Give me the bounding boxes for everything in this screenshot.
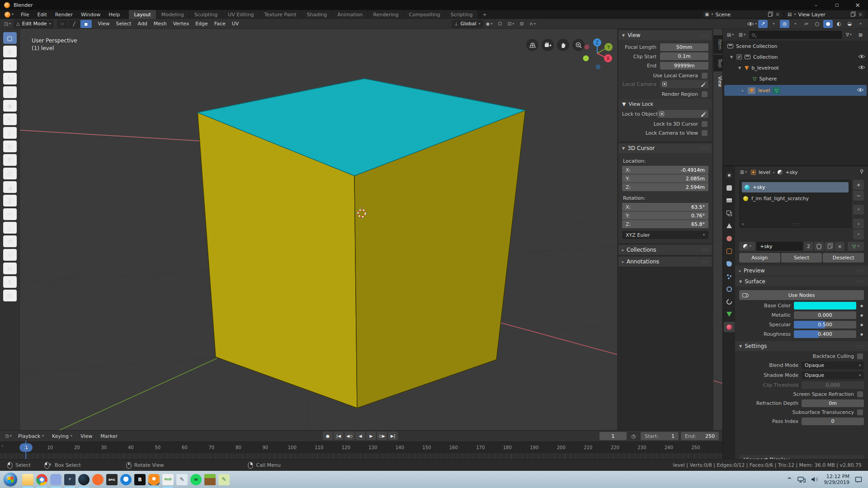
- drag-handle[interactable]: ::::: [701, 248, 708, 252]
- new-collection-button[interactable]: ⊞: [856, 31, 865, 39]
- value-field[interactable]: 0: [802, 418, 864, 425]
- object-visibility-selector[interactable]: ▾: [747, 20, 757, 28]
- taskbar-app-button[interactable]: ✎: [217, 471, 231, 488]
- navigation-gizmo[interactable]: Z Y X: [582, 38, 614, 74]
- region-expand-icon[interactable]: ›: [1, 443, 3, 449]
- transport-button[interactable]: |◀: [334, 432, 344, 440]
- tool-button[interactable]: ⊕: [3, 46, 17, 57]
- slider-field[interactable]: 0.000: [794, 311, 856, 319]
- annotations-panel-header[interactable]: ▸Annotations::::: [618, 257, 712, 267]
- menu-item[interactable]: Edit: [33, 10, 51, 19]
- slot-specials-menu[interactable]: ▾: [853, 205, 864, 215]
- tool-button[interactable]: ∿: [3, 249, 17, 261]
- drag-handle[interactable]: ::::: [793, 222, 800, 226]
- dropdown-field[interactable]: Opaque▾: [802, 361, 864, 369]
- action-center-icon[interactable]: [855, 476, 863, 483]
- camera-view-icon[interactable]: [542, 39, 554, 51]
- viewport-menu-item[interactable]: UV: [229, 21, 242, 27]
- shading-rendered-button[interactable]: ◒: [845, 20, 854, 28]
- outliner-row-level[interactable]: ▸ ▼ level ▽: [724, 85, 867, 96]
- eye-icon[interactable]: [857, 88, 864, 94]
- shading-wireframe-button[interactable]: ○: [812, 20, 822, 28]
- render-region-checkbox[interactable]: [702, 91, 708, 97]
- keyframe-dot-icon[interactable]: ●: [859, 323, 864, 327]
- keyframe-dot-icon[interactable]: ●: [859, 304, 864, 308]
- taskbar-app-button[interactable]: HxD: [161, 471, 175, 488]
- speaker-icon[interactable]: [811, 476, 819, 483]
- properties-tab[interactable]: [724, 183, 735, 193]
- viewport-menu-item[interactable]: Vertex: [170, 21, 192, 27]
- timeline-view-menu[interactable]: View: [77, 433, 95, 439]
- properties-tab[interactable]: [724, 246, 735, 256]
- transform-orientation-selector[interactable]: ⊥ Global ▾: [452, 20, 483, 28]
- pin-icon[interactable]: [859, 169, 864, 176]
- snap-settings-selector[interactable]: ⊡▾: [506, 20, 516, 28]
- rotation-axis-field[interactable]: Y:0.76°: [622, 211, 708, 220]
- transport-button[interactable]: ◀◇: [344, 432, 354, 440]
- tool-button[interactable]: ↺: [3, 235, 17, 247]
- drag-handle[interactable]: ::::: [857, 279, 864, 284]
- tool-button[interactable]: ∠: [3, 127, 17, 139]
- tool-button[interactable]: ∥: [3, 195, 17, 206]
- location-axis-field[interactable]: Y:2.085m: [622, 174, 708, 183]
- taskbar-app-button[interactable]: [77, 471, 91, 488]
- workspace-tab[interactable]: Sculpting: [189, 10, 223, 19]
- outliner-search[interactable]: [749, 31, 842, 39]
- clip-start-field[interactable]: 0.1m: [660, 52, 708, 60]
- edge-select-button[interactable]: ╱: [69, 20, 80, 28]
- taskbar-app-button[interactable]: B: [133, 471, 147, 488]
- workspace-tab[interactable]: UV Editing: [223, 10, 259, 19]
- tool-button[interactable]: ✂: [3, 208, 17, 220]
- viewport-menu-item[interactable]: Edge: [192, 21, 211, 27]
- collection-checkbox[interactable]: ✓: [736, 54, 742, 60]
- remove-slot-button[interactable]: −: [853, 191, 864, 201]
- viewport-menu-item[interactable]: Face: [211, 21, 229, 27]
- keying-menu[interactable]: Keying▾: [49, 433, 75, 439]
- keyframe-dot-icon[interactable]: ●: [859, 314, 864, 317]
- menu-item[interactable]: Help: [104, 10, 124, 19]
- end-frame-field[interactable]: End:250: [681, 432, 719, 440]
- marker-menu[interactable]: Marker: [97, 433, 121, 439]
- checkbox[interactable]: [857, 409, 863, 415]
- close-button[interactable]: [847, 0, 868, 10]
- cursor-panel-header[interactable]: ▼3D Cursor::::: [618, 143, 712, 153]
- editor-type-selector[interactable]: ◳▾: [3, 20, 12, 28]
- material-name-field[interactable]: +sky: [756, 242, 803, 251]
- use-nodes-button[interactable]: Use Nodes: [739, 290, 864, 300]
- gizmos-settings[interactable]: ▾: [769, 20, 778, 28]
- maximize-button[interactable]: [826, 0, 847, 10]
- value-field[interactable]: 0m: [802, 399, 864, 407]
- workspace-tab[interactable]: Animation: [332, 10, 368, 19]
- shading-solid-button[interactable]: ●: [823, 20, 833, 28]
- current-frame-field[interactable]: 1: [599, 432, 627, 440]
- taskbar-app-button[interactable]: [49, 471, 63, 488]
- viewport-menu-item[interactable]: Add: [135, 21, 151, 27]
- preview-range-toggle[interactable]: ◷: [629, 432, 638, 440]
- shading-material-button[interactable]: ◐: [834, 20, 844, 28]
- lock-to-3d-cursor-checkbox[interactable]: [702, 121, 708, 127]
- rotation-mode-dropdown[interactable]: XYZ Euler▾: [622, 231, 708, 239]
- properties-tab[interactable]: [724, 221, 735, 231]
- tool-button[interactable]: ⇈: [3, 154, 17, 166]
- eye-icon[interactable]: [858, 65, 865, 71]
- workspace-tab[interactable]: Compositing: [404, 10, 446, 19]
- tool-button[interactable]: ⊟: [3, 290, 17, 301]
- add-slot-button[interactable]: +: [853, 180, 864, 190]
- properties-tab[interactable]: [724, 271, 735, 282]
- transport-button[interactable]: ▶: [366, 432, 376, 440]
- hidden-icons-chevron[interactable]: ^: [787, 476, 792, 483]
- rotation-axis-field[interactable]: X:63.5°: [622, 203, 708, 211]
- tool-button[interactable]: ◉: [3, 100, 17, 112]
- properties-tab[interactable]: [724, 322, 735, 332]
- taskbar-clock[interactable]: 12:12 PM 9/29/2019: [824, 474, 849, 485]
- tool-button[interactable]: ⇄: [3, 263, 17, 274]
- outliner-row-sphere[interactable]: ▽ Sphere: [723, 73, 868, 84]
- pivot-point-selector[interactable]: ◉▾: [485, 20, 494, 28]
- transport-button[interactable]: ▶|: [388, 432, 398, 440]
- unlink-material-button[interactable]: ×: [835, 242, 844, 251]
- lock-to-object-field[interactable]: [657, 110, 708, 118]
- viewport-3d[interactable]: User Perspective (1) level: [20, 29, 722, 430]
- perspective-toggle-icon[interactable]: [526, 39, 538, 51]
- viewport-menu-item[interactable]: Select: [113, 21, 135, 27]
- expand-icon[interactable]: ▸: [741, 89, 745, 93]
